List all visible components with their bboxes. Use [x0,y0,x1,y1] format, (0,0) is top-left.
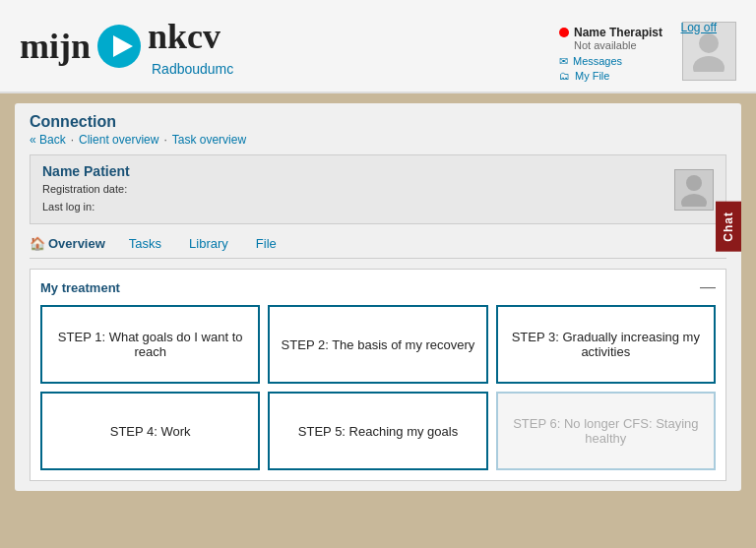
patient-info: Name Patient Registration date: Last log… [42,163,130,215]
page-title: Connection [30,113,726,131]
svg-point-3 [693,56,724,72]
registration-label: Registration date: [42,183,127,195]
logo-radboud-text: Radboudumc [152,61,233,77]
client-overview-link[interactable]: Client overview [79,133,158,147]
logo-area: mijn nkcv Radboudumc [20,16,233,77]
header-right: Log off Name Therapist Not available ✉ M… [559,11,736,82]
logo-mijn-text: mijn [20,26,91,67]
logo-play-icon [95,23,143,70]
step-card-4[interactable]: STEP 4: Work [40,392,260,470]
task-overview-link[interactable]: Task overview [172,133,246,147]
status-dot-icon [559,28,569,37]
tab-library[interactable]: Library [185,234,232,253]
step-card-5[interactable]: STEP 5: Reaching my goals [268,392,487,470]
treatment-section: My treatment — STEP 1: What goals do I w… [30,269,726,481]
step-card-3[interactable]: STEP 3: Gradually increasing my activiti… [496,305,716,384]
tab-tasks[interactable]: Tasks [125,234,165,253]
step-card-6: STEP 6: No longer CFS: Staying healthy [496,392,716,470]
patient-avatar [674,169,714,211]
treatment-header: My treatment — [40,279,716,295]
chat-tab[interactable]: Chat [716,202,741,252]
treatment-title: My treatment [40,280,120,295]
patient-avatar-svg [680,173,708,207]
svg-point-2 [699,33,719,53]
therapist-info: Name Therapist Not available ✉ Messages … [559,26,662,82]
main-content: Chat Connection « Back · Client overview… [15,103,741,491]
last-log-label: Last log in: [42,201,94,213]
logo-nkcv-text: nkcv [148,16,233,57]
myfile-link[interactable]: 🗂 My File [559,70,662,82]
patient-details: Registration date: Last log in: [42,181,130,215]
messages-link[interactable]: ✉ Messages [559,55,662,68]
back-link[interactable]: « Back [30,133,66,147]
home-icon: 🏠 [30,236,45,251]
therapist-links: ✉ Messages 🗂 My File [559,55,662,82]
patient-name: Name Patient [42,163,130,179]
header: mijn nkcv Radboudumc Log off Name Therap… [0,0,756,93]
avatar-svg [692,30,726,72]
svg-point-4 [686,175,702,191]
envelope-icon: ✉ [559,55,568,68]
steps-grid: STEP 1: What goals do I want to reachSTE… [40,305,716,470]
step-card-1[interactable]: STEP 1: What goals do I want to reach [40,305,260,384]
tab-overview[interactable]: 🏠 Overview [30,236,105,251]
patient-card: Name Patient Registration date: Last log… [30,154,726,224]
tab-file[interactable]: File [252,234,281,253]
log-off-link[interactable]: Log off [681,21,717,34]
therapist-status: Not available [574,39,662,51]
therapist-name-row: Name Therapist [559,26,662,39]
svg-point-5 [681,194,707,207]
step-card-2[interactable]: STEP 2: The basis of my recovery [268,305,487,384]
logo-nkcv-area: nkcv Radboudumc [148,16,233,77]
nav-tabs: 🏠 Overview Tasks Library File [30,234,726,259]
file-icon: 🗂 [559,70,570,82]
breadcrumb: « Back · Client overview · Task overview [30,133,726,147]
therapist-name: Name Therapist [574,26,662,39]
minimize-button[interactable]: — [700,279,716,295]
